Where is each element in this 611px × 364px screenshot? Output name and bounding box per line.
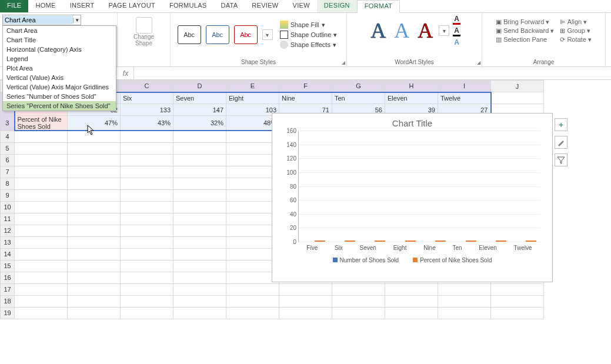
shape-style-2[interactable]: Abc <box>206 25 229 44</box>
column-header[interactable]: H <box>385 81 438 92</box>
cell[interactable] <box>121 307 173 319</box>
row-header[interactable]: 5 <box>1 142 15 154</box>
row-header[interactable]: 11 <box>1 213 15 225</box>
cell[interactable] <box>68 213 121 225</box>
cell[interactable] <box>226 201 279 213</box>
tab-insert[interactable]: INSERT <box>63 0 102 12</box>
row-header[interactable]: 3 <box>1 116 15 131</box>
chart-element-option[interactable]: Vertical (Value) Axis Major Gridlines <box>3 82 116 92</box>
cell[interactable] <box>68 201 121 213</box>
cell[interactable] <box>68 272 121 283</box>
cell[interactable] <box>173 260 226 272</box>
cell[interactable] <box>385 295 438 307</box>
cell[interactable] <box>121 178 173 189</box>
column-header[interactable]: I <box>438 81 491 92</box>
tab-view[interactable]: VIEW <box>286 0 317 12</box>
cell[interactable] <box>68 178 121 189</box>
group-button[interactable]: ⊞ Group ▾ <box>560 27 592 35</box>
cell[interactable] <box>173 131 226 142</box>
change-shape-button[interactable]: Change Shape <box>133 34 154 46</box>
align-button[interactable]: ⊫ Align ▾ <box>560 18 592 26</box>
selection-pane-button[interactable]: ▥ Selection Pane <box>496 36 554 44</box>
cell[interactable] <box>121 131 173 142</box>
cell[interactable] <box>121 225 173 236</box>
cell[interactable] <box>226 178 279 189</box>
row-header[interactable]: 18 <box>1 295 15 307</box>
cell[interactable] <box>173 307 226 319</box>
cell[interactable] <box>68 189 121 201</box>
cell[interactable] <box>68 166 121 178</box>
cell[interactable] <box>491 283 544 295</box>
row-header[interactable]: 8 <box>1 178 15 189</box>
cell[interactable]: Seven <box>173 92 226 104</box>
chart-elements-button[interactable]: + <box>555 118 567 131</box>
cell[interactable] <box>332 283 385 295</box>
bar-series-2[interactable] <box>375 241 385 242</box>
legend-item-2[interactable]: Percent of Nike Shoes Sold <box>413 257 492 263</box>
text-effects-icon[interactable]: A <box>453 38 460 46</box>
wordart-style-2[interactable]: A <box>394 18 409 43</box>
cell[interactable] <box>438 283 491 295</box>
shape-style-1[interactable]: Abc <box>178 25 201 44</box>
cell[interactable] <box>173 248 226 260</box>
cell[interactable] <box>173 178 226 189</box>
send-backward-button[interactable]: ▣ Send Backward ▾ <box>496 27 554 35</box>
cell[interactable]: Ten <box>332 92 385 104</box>
cell[interactable] <box>121 154 173 166</box>
shape-style-more-icon[interactable]: ▾ <box>262 29 273 40</box>
cell[interactable]: 32% <box>173 116 226 131</box>
chart-element-option[interactable]: Legend <box>3 54 116 64</box>
cell[interactable] <box>385 307 438 319</box>
shape-fill-button[interactable]: Shape Fill ▾ <box>280 21 338 29</box>
cell[interactable] <box>332 295 385 307</box>
tab-page-layout[interactable]: PAGE LAYOUT <box>102 0 162 12</box>
cell[interactable] <box>226 260 279 272</box>
chart-styles-button[interactable] <box>555 136 567 149</box>
cell[interactable] <box>121 201 173 213</box>
cell[interactable]: 133 <box>121 104 173 116</box>
chart-element-option[interactable]: Plot Area <box>3 64 116 73</box>
chart-object[interactable]: Chart Title 020406080100120140160 FiveSi… <box>272 113 553 282</box>
cell[interactable] <box>121 248 173 260</box>
cell[interactable] <box>68 260 121 272</box>
cell[interactable] <box>226 225 279 236</box>
wordart-launcher-icon[interactable]: ◢ <box>477 60 480 65</box>
cell[interactable] <box>121 189 173 201</box>
cell[interactable] <box>226 213 279 225</box>
row-header[interactable]: 9 <box>1 189 15 201</box>
legend[interactable]: Number of Shoes Sold Percent of Nike Sho… <box>272 257 552 263</box>
cell[interactable]: 103 <box>226 104 279 116</box>
cell[interactable]: Twelve <box>438 92 491 104</box>
shape-effects-button[interactable]: Shape Effects ▾ <box>280 41 338 49</box>
row-header[interactable]: 13 <box>1 236 15 248</box>
cell[interactable] <box>173 283 226 295</box>
cell[interactable] <box>226 154 279 166</box>
row-header[interactable]: 7 <box>1 166 15 178</box>
cell[interactable]: Percent of Nike Shoes Sold <box>15 116 68 131</box>
chart-element-option[interactable]: Vertical (Value) Axis <box>3 73 116 82</box>
cell[interactable] <box>173 154 226 166</box>
row-header[interactable]: 17 <box>1 283 15 295</box>
row-header[interactable]: 12 <box>1 225 15 236</box>
chart-filter-button[interactable] <box>555 153 567 166</box>
tab-formulas[interactable]: FORMULAS <box>162 0 214 12</box>
tab-file[interactable]: FILE <box>0 0 28 12</box>
cell[interactable] <box>121 283 173 295</box>
cell[interactable] <box>279 283 332 295</box>
wordart-style-3[interactable]: A <box>418 18 433 43</box>
cell[interactable] <box>226 236 279 248</box>
fx-icon[interactable]: fx <box>118 67 134 79</box>
cell[interactable] <box>226 166 279 178</box>
bar-series-2[interactable] <box>435 241 446 242</box>
column-header[interactable]: J <box>491 81 544 92</box>
cell[interactable] <box>173 272 226 283</box>
cell[interactable] <box>121 142 173 154</box>
cell[interactable]: Eight <box>226 92 279 104</box>
column-header[interactable]: F <box>279 81 332 92</box>
row-header[interactable]: 6 <box>1 154 15 166</box>
cell[interactable] <box>226 131 279 142</box>
cell[interactable] <box>68 154 121 166</box>
bar-group[interactable] <box>362 241 386 242</box>
cell[interactable] <box>173 201 226 213</box>
cell[interactable] <box>68 236 121 248</box>
